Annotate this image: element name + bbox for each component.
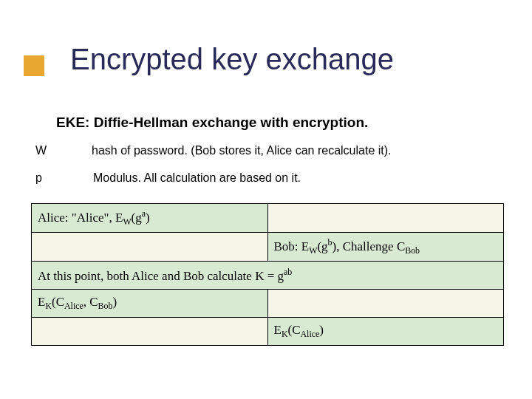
msg1-sub: W	[123, 216, 131, 227]
protocol-row-5: EK(CAlice)	[32, 318, 504, 346]
definition-W-text: hash of password. (Bob stores it, Alice …	[92, 144, 392, 157]
protocol-row-2: Bob: EW(gb), Challenge CBob	[32, 233, 504, 262]
protocol-bob-msg2: EK(CAlice)	[267, 318, 504, 346]
protocol-bob-msg1: Bob: EW(gb), Challenge CBob	[267, 233, 504, 262]
protocol-empty-2	[32, 233, 268, 262]
msg5-close: )	[319, 323, 324, 337]
msg4-sub2: Alice	[64, 301, 83, 311]
msg1-prefix: Alice: "Alice", E	[38, 211, 123, 225]
msg3-prefix: At this point, both Alice and Bob calcul…	[38, 269, 284, 283]
msg5-open: (C	[287, 323, 300, 337]
msg2-mid: ), Challenge C	[332, 239, 406, 253]
msg3-exp: ab	[284, 267, 292, 277]
msg4-mid: , C	[83, 295, 98, 309]
protocol-empty-3	[267, 290, 504, 318]
slide-subtitle: EKE: Diffie-Hellman exchange with encryp…	[56, 115, 368, 131]
definition-W-symbol: W	[35, 144, 50, 157]
msg1-close: )	[146, 211, 150, 225]
protocol-key-calc: At this point, both Alice and Bob calcul…	[32, 262, 504, 290]
protocol-empty-4	[32, 318, 268, 346]
protocol-empty-1	[267, 204, 504, 233]
protocol-row-4: EK(CAlice, CBob)	[32, 290, 504, 318]
slide-title: Encrypted key exchange	[70, 43, 394, 76]
msg1-g: (g	[132, 211, 142, 225]
protocol-row-3: At this point, both Alice and Bob calcul…	[32, 262, 504, 290]
msg2-sub: W	[309, 245, 317, 256]
protocol-alice-msg1: Alice: "Alice", EW(ga)	[32, 204, 268, 233]
msg4-sub3: Bob	[98, 301, 113, 311]
protocol-row-1: Alice: "Alice", EW(ga)	[32, 204, 504, 233]
msg4-open: (C	[52, 295, 64, 309]
definition-p-text: Modulus. All calculation are based on it…	[93, 171, 301, 185]
msg5-sub2: Alice	[300, 329, 319, 339]
definition-p-symbol: p	[35, 171, 50, 185]
msg4-sub1: K	[45, 301, 52, 311]
accent-square	[24, 55, 44, 76]
msg4-prefix: E	[38, 295, 45, 309]
definition-W: W hash of password. (Bob stores it, Alic…	[35, 144, 392, 157]
msg2-sub2: Bob	[405, 245, 420, 256]
msg4-close: )	[112, 295, 117, 309]
definition-p: p Modulus. All calculation are based on …	[35, 171, 301, 185]
protocol-table: Alice: "Alice", EW(ga) Bob: EW(gb), Chal…	[31, 203, 504, 346]
msg2-g: (g	[317, 239, 327, 253]
msg5-prefix: E	[274, 323, 282, 337]
protocol-alice-msg2: EK(CAlice, CBob)	[32, 290, 268, 318]
msg2-prefix: Bob: E	[274, 239, 310, 253]
